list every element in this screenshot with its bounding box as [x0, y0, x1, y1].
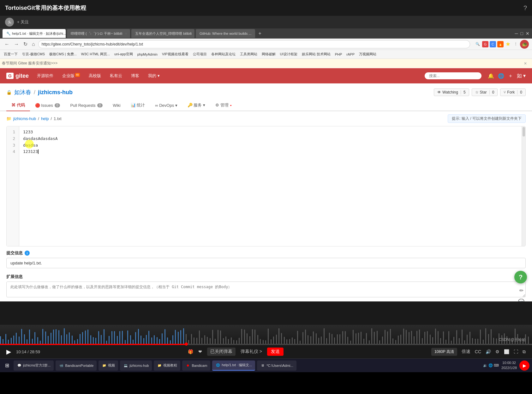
- bookmark-yuyan[interactable]: 引言-极致CMS: [21, 51, 46, 57]
- video-waveform[interactable]: [0, 325, 532, 344]
- bookmark-ui[interactable]: UI设计框架: [279, 51, 299, 57]
- back-button[interactable]: ←: [3, 41, 11, 48]
- quality-button[interactable]: 1080P 高清: [431, 348, 457, 356]
- editor-body[interactable]: 1 2 3 4 1233 dasdasAdasdasA dasdsa 12312…: [7, 126, 525, 246]
- user-nav-icon[interactable]: 如 ▾: [517, 73, 526, 79]
- bookmark-vip[interactable]: VIP视频在线看看: [161, 51, 190, 57]
- settings-button[interactable]: ⚙: [495, 349, 499, 354]
- ext-icon-2[interactable]: C: [490, 41, 496, 47]
- caption-button[interactable]: CC: [475, 349, 481, 354]
- taskbar-item-videos[interactable]: 📁 视频: [99, 361, 118, 371]
- taskbar-item-browser[interactable]: 🌐 help/1.txt · 编辑文...: [212, 361, 255, 371]
- theater-button[interactable]: ⬜: [504, 349, 509, 354]
- bookmark-video[interactable]: 万视频网站: [358, 51, 378, 57]
- taskbar-item-bandicam-portable[interactable]: 📹 BandicamPortable: [56, 361, 97, 371]
- commit-input[interactable]: [6, 258, 526, 268]
- progress-bar[interactable]: [0, 344, 532, 345]
- minimize-button[interactable]: ─: [515, 31, 518, 36]
- gitee-search[interactable]: [425, 72, 481, 79]
- nav-private[interactable]: 私有云: [108, 72, 124, 80]
- float-help-button[interactable]: ?: [514, 271, 527, 283]
- tab-bilibili-2[interactable]: 五年全逃的个人空间_哔哩哔哩 bilibili: [131, 29, 194, 38]
- nav-blog[interactable]: 博客: [129, 72, 141, 80]
- nav-opensource[interactable]: 开源软件: [35, 72, 55, 80]
- tab-close-1[interactable]: ✕: [125, 32, 127, 35]
- breadcrumb-help[interactable]: help: [41, 116, 49, 121]
- editor-scrollbar[interactable]: [522, 126, 525, 246]
- ext-icon-3[interactable]: 🔥: [497, 41, 504, 47]
- bookmark-entertainment[interactable]: 娱乐网站 技术网站: [301, 51, 332, 57]
- commit-info-icon[interactable]: i: [25, 251, 30, 256]
- start-button[interactable]: ⊞: [3, 361, 12, 370]
- bookmark-uniapp[interactable]: uni-app官网: [113, 51, 134, 57]
- tab-devops[interactable]: ∞ DevOps ▾: [150, 100, 182, 111]
- fork-button[interactable]: ⑂ Fork 0: [500, 88, 526, 96]
- gitee-logo[interactable]: G gitee: [6, 73, 29, 79]
- bookmark-rapp[interactable]: rAPP: [345, 52, 356, 57]
- pip-button[interactable]: ⧉: [523, 349, 526, 355]
- barrage-like-button[interactable]: ❤: [198, 349, 202, 354]
- volume-button[interactable]: 🔊: [486, 349, 491, 354]
- nav-mine[interactable]: 我的 ▾: [146, 72, 162, 80]
- scrollbar-thumb[interactable]: [523, 127, 525, 136]
- taskbar-item-bandicam[interactable]: ⏺ Bandicam: [182, 361, 210, 371]
- tab-bilibili-1[interactable]: 哔哩哔哩 (゜-゜)つロ 干杯~ bilibili ✕: [67, 29, 130, 38]
- editor-content[interactable]: 1233 dasdasAdasdasA dasdsa 123123: [19, 126, 522, 246]
- home-button[interactable]: ⌂: [31, 41, 36, 48]
- nav-enterprise[interactable]: 企业版特: [60, 72, 82, 80]
- ext-icon-1[interactable]: G: [482, 41, 488, 47]
- gift-button[interactable]: 🎁: [188, 349, 193, 354]
- bookmark-sites[interactable]: 各种网站及论坛: [210, 51, 237, 57]
- forward-button[interactable]: →: [13, 41, 20, 48]
- star-button[interactable]: ☆ Star 0: [472, 88, 498, 96]
- taskbar-item-chat[interactable]: 💬 jizhicms官方2群...: [14, 361, 54, 371]
- bookmark-crack[interactable]: 网络破解: [260, 51, 277, 57]
- tab-wiki[interactable]: Wiki: [108, 100, 126, 111]
- float-edit-icon[interactable]: ✏: [516, 285, 527, 296]
- bookmark-phpmyadmin[interactable]: phpMyAdmin: [136, 52, 159, 57]
- globe-icon[interactable]: 🌐: [498, 73, 504, 79]
- tab-code[interactable]: ⌘ 代码: [6, 100, 30, 111]
- refresh-button[interactable]: ↻: [22, 40, 29, 48]
- settings-browser-icon[interactable]: ⋮: [512, 41, 519, 47]
- bookmark-tools[interactable]: 工具类网站: [239, 51, 259, 57]
- tab-active[interactable]: 🔧 help/1.txt · 编辑文件 · 如沐春/jizhi... ✕: [3, 29, 66, 38]
- gift-ritual-button[interactable]: 弹幕礼仪 >: [241, 349, 262, 355]
- help-icon[interactable]: ?: [523, 4, 527, 12]
- close-window-button[interactable]: ✕: [526, 31, 529, 36]
- repo-owner-link[interactable]: 如沐春: [14, 88, 31, 96]
- bell-icon[interactable]: 🔔: [488, 73, 494, 79]
- new-tab-button[interactable]: +: [256, 31, 263, 36]
- bookmark-w3c[interactable]: W3C HTML 网页...: [80, 51, 111, 57]
- search-icon[interactable]: 🔍: [475, 41, 481, 47]
- tab-stats[interactable]: 📊 统计: [126, 100, 150, 111]
- tab-services[interactable]: 🔑 服务 ▾: [182, 100, 210, 111]
- expand-textarea[interactable]: [6, 282, 526, 297]
- record-active-button[interactable]: ▶: [519, 361, 529, 371]
- fullscreen-button[interactable]: ⛶: [514, 349, 518, 354]
- tab-manage[interactable]: ⚙ 管理 ●: [210, 100, 236, 111]
- notice-close-button[interactable]: ✕: [524, 61, 527, 66]
- bookmark-cms[interactable]: 极致CMS | 免费...: [48, 51, 78, 57]
- breadcrumb-repo[interactable]: jizhicms-hub: [13, 116, 36, 121]
- play-button[interactable]: ▶: [6, 348, 11, 355]
- tab-pullrequests[interactable]: Pull Requests 0: [65, 100, 108, 111]
- taskbar-item-jizhicms[interactable]: 💻 jizhicms-hub: [120, 361, 152, 371]
- nav-university[interactable]: 高校版: [87, 72, 103, 80]
- bookmark-php[interactable]: PHP: [334, 52, 344, 57]
- subtitle-button[interactable]: 已关闭弹幕: [207, 348, 236, 356]
- bookmark-project[interactable]: 公司项目: [192, 51, 208, 57]
- speed-button[interactable]: 倍速: [462, 349, 470, 355]
- maximize-button[interactable]: □: [521, 31, 523, 36]
- search-input[interactable]: [425, 72, 481, 79]
- bookmark-baidu[interactable]: 百度一下: [3, 51, 19, 57]
- tab-issues[interactable]: 🔴 Issues 0: [30, 100, 65, 111]
- repo-name-link[interactable]: jizhicms-hub: [38, 89, 73, 96]
- url-box[interactable]: https://gitee.com/Cherry_toto/jizhicms-h…: [38, 40, 470, 48]
- watching-button[interactable]: 👁 Watching 5: [434, 88, 469, 96]
- plus-icon[interactable]: ＋: [508, 73, 513, 79]
- ext-icon-4[interactable]: ⭐: [505, 41, 511, 47]
- taskbar-item-tutorial[interactable]: 📁 视频教程: [154, 361, 180, 371]
- follow-button[interactable]: + 关注: [17, 19, 29, 25]
- taskbar-item-cmd[interactable]: 🖥 *C:\Users\Admi...: [257, 361, 296, 371]
